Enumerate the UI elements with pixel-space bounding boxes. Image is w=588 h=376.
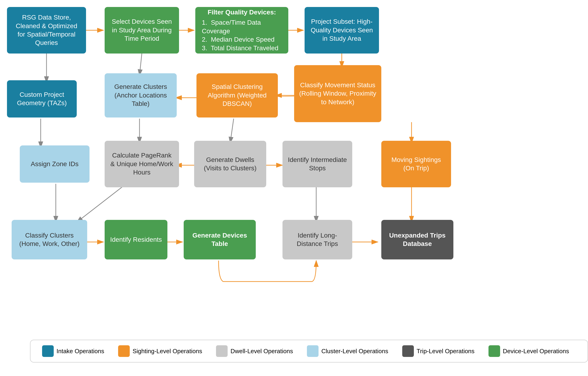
rsg-data-store-node: RSG Data Store, Cleaned & Optimized for …: [7, 7, 86, 54]
diagram-container: RSG Data Store, Cleaned & Optimized for …: [0, 0, 588, 344]
svg-line-18: [77, 186, 123, 222]
legend-sighting: Sighting-Level Operations: [118, 345, 202, 357]
spatial-clustering-node: Spatial Clustering Algorithm (Weighted D…: [197, 73, 278, 118]
legend-trip-box: [402, 345, 414, 357]
generate-clusters-node: Generate Clusters (Anchor Locations Tabl…: [105, 73, 177, 118]
select-devices-node: Select Devices Seen in Study Area During…: [105, 7, 179, 54]
legend-trip: Trip-Level Operations: [402, 345, 474, 357]
legend-sighting-box: [118, 345, 130, 357]
filter-quality-node: Filter Quality Devices: 1. Space/Time Da…: [195, 7, 288, 54]
legend: Intake Operations Sighting-Level Operati…: [30, 340, 588, 363]
identify-long-distance-node: Identify Long-Distance Trips: [283, 220, 352, 259]
legend-cluster: Cluster-Level Operations: [307, 345, 388, 357]
custom-geometry-node: Custom Project Geometry (TAZs): [7, 80, 77, 118]
legend-intake-box: [42, 345, 54, 357]
generate-dwells-node: Generate Dwells (Visits to Clusters): [194, 141, 266, 187]
legend-dwell-box: [216, 345, 228, 357]
generate-devices-table-node: Generate Devices Table: [184, 220, 256, 259]
unexpanded-trips-node: Unexpanded Trips Database: [381, 220, 453, 259]
legend-dwell: Dwell-Level Operations: [216, 345, 293, 357]
legend-intake: Intake Operations: [42, 345, 104, 357]
legend-device-box: [488, 345, 500, 357]
classify-clusters-node: Classify Clusters (Home, Work, Other): [12, 220, 87, 259]
identify-intermediate-node: Identify Intermediate Stops: [283, 141, 352, 187]
legend-cluster-box: [307, 345, 318, 357]
assign-zone-ids-node: Assign Zone IDs: [20, 145, 90, 183]
svg-line-11: [139, 54, 142, 76]
legend-device: Device-Level Operations: [488, 345, 569, 357]
identify-residents-node: Identify Residents: [105, 220, 168, 259]
moving-sightings-node: Moving Sightings (On Trip): [381, 141, 451, 187]
calculate-pagerank-node: Calculate PageRank & Unique Home/Work Ho…: [105, 141, 179, 187]
svg-line-13: [230, 119, 234, 143]
project-subset-node: Project Subset: High-Quality Devices See…: [304, 7, 379, 54]
classify-movement-node: Classify Movement Status (Rolling Window…: [294, 65, 381, 122]
